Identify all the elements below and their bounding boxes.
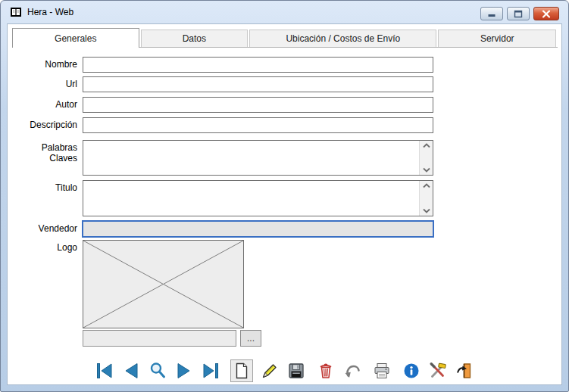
autor-field[interactable] [83,97,433,113]
tab-label: Generales [55,33,96,44]
descripcion-label: Descripción [12,120,77,130]
url-label: Url [12,79,77,89]
logo-placeholder-cross-icon [83,241,243,328]
new-record-button[interactable] [230,359,253,382]
vendedor-field[interactable] [82,220,434,238]
autor-label: Autor [12,99,77,110]
info-icon [402,361,421,381]
window-controls [480,7,559,20]
last-record-button[interactable] [201,361,220,381]
titulo-input[interactable] [83,181,419,216]
new-document-icon [232,361,252,381]
titulo-textarea[interactable] [83,180,433,216]
tab-label: Datos [183,33,206,44]
title-bar: Hera - Web [1,1,568,23]
last-record-icon [201,361,220,381]
app-icon [10,6,22,18]
next-record-button[interactable] [174,361,194,381]
logo-label: Logo [12,242,77,253]
first-record-button[interactable] [95,361,114,381]
palabras-claves-input[interactable] [83,141,419,175]
palabras-claves-textarea[interactable] [83,140,433,176]
logo-browse-button[interactable]: ... [240,330,261,347]
vendedor-label: Vendedor [12,223,77,234]
scroll-up-icon[interactable] [423,183,430,188]
undo-button[interactable] [342,361,362,381]
search-record-button[interactable] [148,361,167,381]
next-record-icon [174,361,194,381]
pencil-icon [260,361,280,381]
save-floppy-icon [286,361,306,381]
window-title: Hera - Web [27,7,73,17]
scrollbar[interactable] [419,141,433,175]
url-field[interactable] [83,76,433,92]
tab-label: Ubicación / Costos de Envío [286,33,400,44]
app-window: Hera - Web Generales Datos Ubicación / C… [0,0,569,392]
printer-icon [372,361,392,381]
nombre-label: Nombre [12,59,77,70]
maximize-icon [514,10,523,18]
tab-strip: Generales Datos Ubicación / Costos de En… [12,28,558,48]
edit-record-button[interactable] [260,361,280,381]
tab-servidor[interactable]: Servidor [438,30,556,47]
close-icon [542,10,551,18]
info-button[interactable] [402,361,421,381]
search-icon [148,361,167,381]
scroll-down-icon[interactable] [423,208,430,213]
tools-icon [428,361,448,381]
close-button[interactable] [533,7,559,20]
logo-placeholder[interactable] [83,240,244,328]
logo-path-field[interactable] [83,330,236,347]
first-record-icon [95,361,114,381]
palabras-claves-label: Palabras Claves [12,142,77,163]
maximize-button[interactable] [507,7,530,20]
minimize-button[interactable] [480,7,503,20]
print-button[interactable] [372,361,392,381]
exit-door-icon [455,361,474,381]
delete-record-button[interactable] [316,361,336,381]
trash-icon [316,361,336,381]
nombre-field[interactable] [83,57,433,73]
titulo-label: Titulo [12,182,77,193]
tab-datos[interactable]: Datos [141,30,249,47]
descripcion-field[interactable] [83,117,433,133]
tab-label: Servidor [480,33,514,44]
scroll-down-icon[interactable] [423,167,430,173]
scroll-up-icon[interactable] [423,143,430,148]
tools-button[interactable] [428,361,448,381]
tab-generales[interactable]: Generales [12,28,139,48]
tab-ubicacion-costos-envio[interactable]: Ubicación / Costos de Envío [249,30,436,47]
record-toolbar [8,359,561,383]
previous-record-icon [121,361,141,381]
minimize-icon [487,10,496,17]
save-record-button[interactable] [286,361,306,381]
scrollbar[interactable] [419,181,433,216]
client-area: Generales Datos Ubicación / Costos de En… [7,23,562,385]
previous-record-button[interactable] [121,361,141,381]
exit-button[interactable] [455,361,474,381]
undo-arrow-icon [342,361,362,381]
